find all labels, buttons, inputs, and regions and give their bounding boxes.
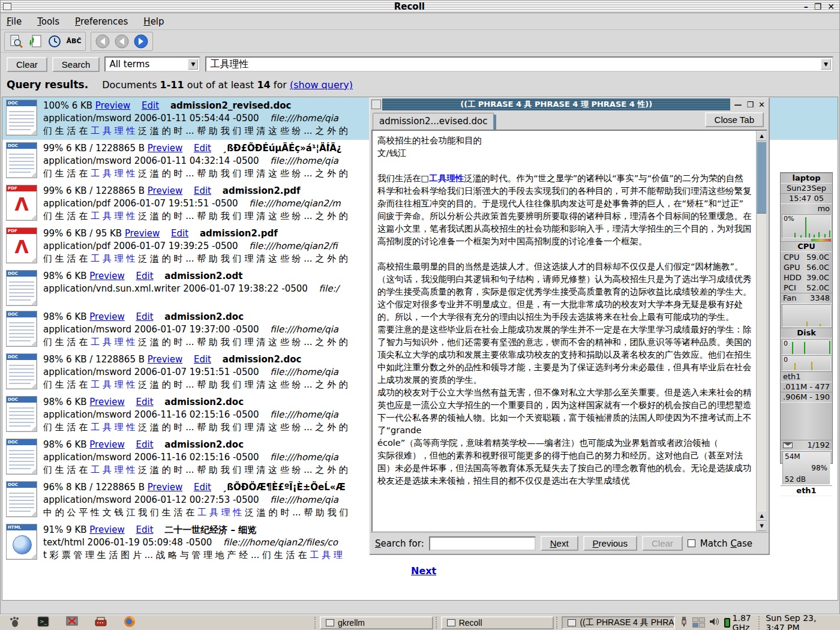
preview-tab[interactable]: admission2...evised.doc (373, 113, 494, 130)
result-meta: 98% 6 KB (43, 311, 89, 322)
restore-icon[interactable]: ❒ (746, 100, 754, 109)
edit-link[interactable]: Edit (194, 482, 211, 493)
search-mode-select[interactable]: All terms ▼ (104, 56, 200, 72)
result-title: admission2.doc (164, 397, 244, 407)
result-title: ¸ßÕÐÖÆ¶È£ºÏ¡È±ÖеĹ«Æ (223, 482, 346, 493)
window-menu-icon[interactable] (371, 100, 381, 109)
edit-link[interactable]: Edit (136, 439, 154, 450)
preview-link[interactable]: Preview (148, 482, 182, 493)
chevron-down-icon[interactable]: ▼ (821, 59, 831, 70)
term-explorer-icon[interactable]: ÅBĈ (66, 34, 82, 49)
search-button[interactable]: Search (52, 57, 100, 72)
close-icon[interactable]: ✕ (827, 2, 835, 11)
first-page-icon[interactable] (95, 34, 110, 49)
workspace-switcher[interactable] (692, 617, 705, 628)
date-label: Sun23Sep (781, 184, 832, 193)
result-mime-date: text/html 2006-01-19 05:09:48 -0500 (43, 537, 212, 548)
fan-chart[interactable] (782, 304, 831, 327)
edit-link[interactable]: Edit (142, 100, 159, 111)
result-url: file:///home/qia (270, 113, 338, 124)
result-mime-date: application/msword 2006-01-11 04:32:14 -… (43, 155, 259, 166)
preview-paragraph: 我们生活在□工具理性泛滥的时代。作为“世之显学”的诸种以“事实”与“价值”的二分… (377, 172, 752, 248)
gnome-menu-icon[interactable] (8, 616, 20, 630)
sort-parameters-icon[interactable] (28, 34, 43, 49)
volume-icon[interactable] (709, 617, 720, 629)
preview-titlebar[interactable]: ((工 PHRASE 4 具 PHRASE 4 理 PHRASE 4 性)) —… (370, 98, 769, 110)
scrollbar-thumb[interactable] (757, 142, 767, 214)
power-plug-icon[interactable] (680, 616, 688, 629)
result-mime-date: application/msword 2006-11-16 02:15:16 -… (43, 452, 259, 463)
result-url: file:///home/qia (270, 324, 338, 335)
edit-link[interactable]: Edit (194, 185, 211, 196)
previous-page-icon[interactable] (114, 34, 130, 49)
window-titlebar[interactable]: Recoll – ❐ ✕ (1, 1, 839, 13)
preview-link[interactable]: Preview (95, 100, 130, 111)
preview-paragraph: 文/钱江 (377, 147, 752, 160)
document-history-icon[interactable] (47, 34, 62, 49)
close-tab-button[interactable]: Close Tab (705, 112, 764, 127)
taskbar-clock[interactable]: Sun Sep 23, 3:47 PM (758, 616, 840, 629)
find-previous-button[interactable]: Previous (583, 536, 637, 551)
time-label: 15:47 05 (781, 193, 832, 204)
scroll-down-icon[interactable]: ▼ (757, 521, 767, 531)
result-meta: 98% 6 KB / 1228865 B (43, 354, 148, 365)
preview-scrollbar[interactable]: ▲ ▲ ▼ (756, 131, 766, 531)
cpu-chart[interactable]: 0% (782, 214, 831, 238)
close-icon[interactable]: ✕ (758, 100, 765, 109)
find-next-button[interactable]: Next (541, 536, 578, 551)
task-button-gkrellm[interactable]: gkrellm (320, 616, 433, 629)
screenshot-app-icon[interactable] (66, 616, 78, 629)
match-case-checkbox[interactable] (688, 539, 695, 547)
wireless-meter[interactable]: 54M 98% 52 dB (782, 451, 830, 485)
preview-link[interactable]: Preview (89, 311, 124, 322)
results-header: Query results. Documents 1-11 out of at … (1, 74, 839, 93)
edit-link[interactable]: Edit (136, 524, 154, 535)
chevron-down-icon[interactable]: ▼ (188, 59, 198, 70)
scroll-up-icon[interactable]: ▲ (757, 131, 767, 141)
edit-link[interactable]: Edit (194, 354, 211, 365)
preview-link[interactable]: Preview (148, 354, 182, 365)
terminal-icon[interactable]: >_ (37, 616, 49, 629)
typewriter-icon[interactable] (95, 616, 107, 629)
query-input[interactable]: 工具理性 ▼ (205, 56, 833, 72)
scroll-up-icon[interactable]: ▲ (757, 511, 767, 521)
menu-file[interactable]: File (7, 16, 22, 27)
next-page-icon[interactable] (133, 34, 149, 49)
task-button-preview[interactable]: ((工 PHRASE 4 具 PHRASE ... (562, 616, 675, 629)
edit-link[interactable]: Edit (136, 397, 154, 407)
menu-preferences[interactable]: Preferences (75, 16, 128, 27)
menu-tools[interactable]: Tools (37, 16, 59, 27)
clear-button[interactable]: Clear (7, 57, 47, 72)
show-query-link[interactable]: (show query) (290, 79, 353, 91)
window-menu-icon[interactable] (3, 3, 11, 10)
cpu-frequency-monitor[interactable]: 1.87 GHz (724, 613, 754, 630)
edit-link[interactable]: Edit (171, 228, 188, 239)
mail-readout[interactable]: 1/192 (781, 440, 832, 451)
preview-link[interactable]: Preview (148, 185, 182, 196)
menu-help[interactable]: Help (143, 16, 164, 27)
disk-write-chart[interactable]: 0 (782, 355, 831, 371)
preview-link[interactable]: Preview (89, 439, 124, 450)
preview-link[interactable]: Preview (125, 228, 160, 239)
edit-link[interactable]: Edit (136, 311, 154, 322)
advanced-search-icon[interactable] (8, 34, 24, 49)
cpu-chip-icon (724, 618, 730, 628)
find-clear-button[interactable]: Clear (642, 536, 683, 551)
minimize-icon[interactable]: – (804, 2, 808, 11)
edit-link[interactable]: Edit (136, 271, 154, 281)
next-page-link[interactable]: Next (411, 565, 436, 577)
firefox-icon[interactable] (124, 616, 136, 630)
minimize-icon[interactable]: — (734, 100, 742, 109)
preview-link[interactable]: Preview (89, 271, 124, 281)
preview-paragraph: 实际很难），但他的素养和视野很可能更多的得于他自己的努力和经历。这对他自己（甚至… (377, 449, 752, 487)
preview-link[interactable]: Preview (89, 397, 124, 407)
disk-read-chart[interactable]: 0 (782, 339, 831, 355)
result-title: admission2_revised.doc (170, 100, 292, 111)
edit-link[interactable]: Edit (194, 143, 211, 154)
preview-search-input[interactable] (429, 536, 536, 551)
preview-link[interactable]: Preview (89, 524, 124, 535)
preview-link[interactable]: Preview (148, 143, 182, 154)
file-type-icon: DOC (6, 353, 37, 389)
task-button-recoll[interactable]: Recoll (441, 616, 554, 629)
restore-icon[interactable]: ❐ (814, 2, 822, 11)
